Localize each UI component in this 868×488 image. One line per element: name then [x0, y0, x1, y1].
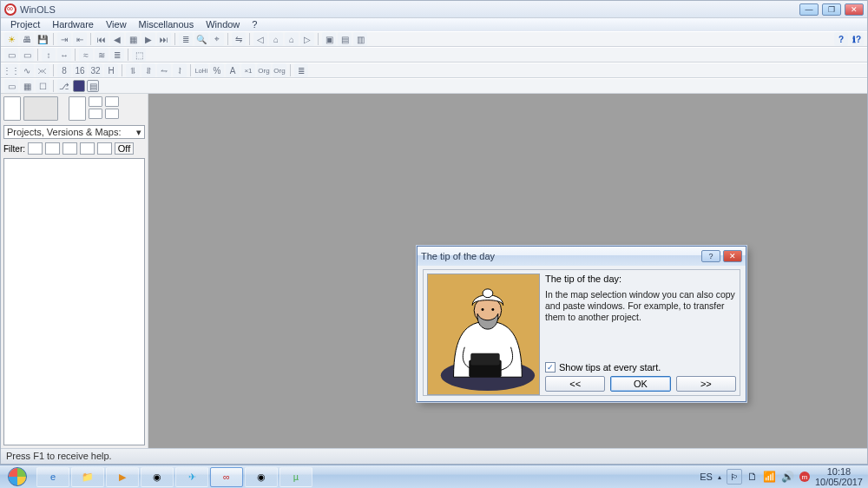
layout-a-icon[interactable]: ▣	[322, 32, 336, 46]
select-a-icon[interactable]: ▭	[4, 79, 18, 93]
zigzag-icon[interactable]: ⩙	[36, 63, 49, 77]
tray-alert-icon[interactable]: m	[799, 472, 810, 482]
triangle-left-icon[interactable]: ◁	[253, 32, 267, 46]
palette-slot-4a[interactable]	[89, 96, 102, 107]
tray-flag-icon[interactable]: 🏳	[727, 469, 742, 485]
layout-c-icon[interactable]: ▥	[353, 32, 367, 46]
menu-help[interactable]: ?	[246, 18, 263, 31]
scale-b-icon[interactable]: ⥯	[141, 63, 155, 77]
swap-icon[interactable]: ⇋	[232, 32, 246, 46]
menu-project[interactable]: Project	[4, 18, 46, 31]
bits-32-icon[interactable]: 32	[89, 63, 102, 77]
scale-c-icon[interactable]: ⥊	[157, 63, 171, 77]
tool-2a-icon[interactable]: ▭	[4, 48, 18, 62]
menu-hardware[interactable]: Hardware	[46, 18, 100, 31]
tray-battery-icon[interactable]: 🗋	[747, 471, 758, 483]
prev-icon[interactable]: ◀	[110, 32, 124, 46]
bits-16-icon[interactable]: 16	[73, 63, 87, 77]
tray-clock[interactable]: 10:18 10/05/2017	[815, 466, 863, 487]
task-winols[interactable]: ∞	[210, 467, 243, 487]
filter-slot-1[interactable]	[28, 142, 43, 155]
save-icon[interactable]: 💾	[36, 32, 49, 46]
scale-a-icon[interactable]: ⥮	[126, 63, 140, 77]
filter-slot-2[interactable]	[45, 142, 60, 155]
percent-icon[interactable]: %	[210, 63, 224, 77]
tray-lang[interactable]: ES	[700, 472, 713, 482]
bulb-icon[interactable]: ☀	[4, 32, 18, 46]
bits-hilo-icon[interactable]: H	[104, 63, 118, 77]
print-icon[interactable]: 🖶	[20, 32, 34, 46]
tray-volume-icon[interactable]: 🔊	[781, 471, 794, 483]
org-b-icon[interactable]: Org	[273, 63, 286, 77]
filter-slot-4[interactable]	[80, 142, 95, 155]
home-alt-icon[interactable]: ⌂	[285, 32, 299, 46]
misc-icon[interactable]: ≣	[294, 63, 308, 77]
play-icon[interactable]: ▶	[141, 32, 155, 46]
rows-icon[interactable]: ≣	[179, 32, 193, 46]
menu-view[interactable]: View	[100, 18, 133, 31]
tip-next-button[interactable]: >>	[676, 376, 736, 392]
filter-off-button[interactable]: Off	[115, 142, 134, 155]
bits-8-icon[interactable]: 8	[57, 63, 71, 77]
task-utorrent[interactable]: µ	[279, 467, 312, 487]
palette-slot-1[interactable]	[3, 96, 21, 121]
filter-slot-5[interactable]	[97, 142, 112, 155]
dots-icon[interactable]: ⋮⋮	[4, 63, 18, 77]
menu-window[interactable]: Window	[200, 18, 246, 31]
tool-2d-icon[interactable]: ↔	[57, 48, 71, 62]
first-icon[interactable]: ⏮	[95, 32, 108, 46]
menu-miscellaneous[interactable]: Miscellanous	[133, 18, 201, 31]
mode-solid-icon[interactable]	[73, 80, 85, 92]
palette-slot-2[interactable]	[23, 96, 58, 121]
tip-prev-button[interactable]: <<	[545, 376, 605, 392]
whatsthis-icon[interactable]: ℹ?	[850, 32, 864, 46]
palette-slot-5a[interactable]	[105, 96, 119, 107]
tool-2b-icon[interactable]: ▭	[20, 48, 34, 62]
scale-d-icon[interactable]: ⥌	[173, 63, 187, 77]
wave-icon[interactable]: ∿	[20, 63, 34, 77]
help-icon[interactable]: ?	[834, 32, 848, 46]
select-b-icon[interactable]: ▦	[20, 79, 34, 93]
task-media[interactable]: ▶	[106, 467, 139, 487]
tip-ok-button[interactable]: OK	[610, 376, 670, 392]
mode-hatch-icon[interactable]: ▤	[87, 80, 99, 92]
tool-2f-icon[interactable]: ≋	[95, 48, 108, 62]
palette-slot-5b[interactable]	[105, 109, 119, 119]
triangle-right-icon[interactable]: ▷	[300, 32, 314, 46]
target-icon[interactable]: ⌖	[210, 32, 224, 46]
task-explorer[interactable]: 📁	[71, 467, 104, 487]
start-button[interactable]	[0, 465, 35, 488]
text-icon[interactable]: A	[226, 63, 240, 77]
minimize-button[interactable]: —	[799, 3, 819, 16]
x1-icon[interactable]: ×1	[241, 63, 255, 77]
branch-icon[interactable]: ⎇	[57, 79, 71, 93]
task-telegram[interactable]: ✈	[175, 467, 208, 487]
search-icon[interactable]: 🔍	[194, 32, 208, 46]
tool-2c-icon[interactable]: ↕	[42, 48, 56, 62]
lohi-icon[interactable]: LoHi	[194, 63, 208, 77]
tray-network-icon[interactable]: 📶	[763, 471, 776, 483]
tool-2h-icon[interactable]: ⬚	[132, 48, 146, 62]
tray-expand-icon[interactable]: ▴	[718, 473, 721, 481]
project-tree[interactable]	[3, 158, 145, 445]
dialog-close-button[interactable]: ✕	[723, 250, 742, 262]
import-icon[interactable]: ⇥	[57, 32, 71, 46]
filter-slot-3[interactable]	[62, 142, 77, 155]
tool-2e-icon[interactable]: ≈	[79, 48, 93, 62]
home-icon[interactable]: ⌂	[269, 32, 283, 46]
maximize-button[interactable]: ❐	[822, 3, 841, 16]
org-a-icon[interactable]: Org	[257, 63, 271, 77]
palette-slot-3[interactable]	[69, 96, 86, 121]
close-button[interactable]: ✕	[845, 3, 864, 16]
export-icon[interactable]: ⇤	[73, 32, 87, 46]
tool-2g-icon[interactable]: ≣	[110, 48, 124, 62]
layout-b-icon[interactable]: ▤	[338, 32, 352, 46]
select-c-icon[interactable]: ☐	[36, 79, 49, 93]
show-tips-checkbox[interactable]: ✓	[545, 362, 556, 373]
grid-icon[interactable]: ▦	[126, 32, 140, 46]
next-icon[interactable]: ⏭	[157, 32, 171, 46]
task-ie[interactable]: e	[36, 467, 69, 487]
palette-slot-4b[interactable]	[89, 109, 102, 119]
task-chrome2[interactable]: ◉	[245, 467, 278, 487]
projects-combo[interactable]: Projects, Versions & Maps: ▾	[3, 125, 145, 139]
